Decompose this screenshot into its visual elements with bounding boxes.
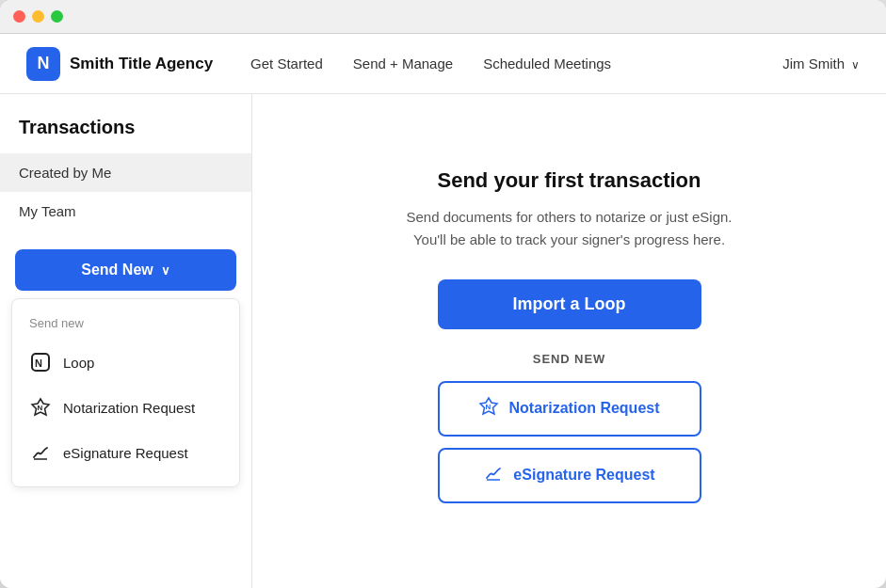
esignature-btn-label: eSignature Request xyxy=(513,467,654,484)
main-subtext-line2: You'll be able to track your signer's pr… xyxy=(413,231,725,247)
sidebar-title: Transactions xyxy=(0,117,251,153)
esignature-dropdown-icon xyxy=(29,441,52,464)
brand: N Smith Title Agency xyxy=(26,47,213,81)
user-name: Jim Smith xyxy=(782,56,845,72)
close-button[interactable] xyxy=(13,10,25,23)
minimize-button[interactable] xyxy=(32,10,44,23)
dropdown-caret-icon: ∨ xyxy=(161,263,170,278)
top-nav: N Smith Title Agency Get Started Send + … xyxy=(0,34,886,94)
chevron-down-icon xyxy=(848,56,860,72)
send-new-button[interactable]: Send New ∨ xyxy=(15,249,236,291)
main-subtext: Send documents for others to notarize or… xyxy=(406,206,732,251)
nav-get-started[interactable]: Get Started xyxy=(250,56,323,72)
main-subtext-line1: Send documents for others to notarize or… xyxy=(406,209,732,225)
dropdown-esignature-label: eSignature Request xyxy=(63,445,188,461)
svg-text:N: N xyxy=(486,403,491,411)
svg-text:N: N xyxy=(38,404,43,412)
notarization-dropdown-icon: N xyxy=(29,396,52,419)
esignature-request-button[interactable]: eSignature Request xyxy=(438,448,701,503)
brand-logo-icon: N xyxy=(26,47,60,81)
maximize-button[interactable] xyxy=(51,10,63,23)
titlebar xyxy=(0,0,886,34)
notarization-btn-label: Notarization Request xyxy=(508,400,659,417)
send-new-dropdown: Send new N Loop N xyxy=(11,298,240,487)
nav-send-manage[interactable]: Send + Manage xyxy=(353,56,453,72)
nav-scheduled-meetings[interactable]: Scheduled Meetings xyxy=(483,56,611,72)
import-loop-button[interactable]: Import a Loop xyxy=(438,279,701,329)
sidebar-item-my-team[interactable]: My Team xyxy=(0,192,251,230)
dropdown-item-notarization[interactable]: N Notarization Request xyxy=(12,385,239,430)
brand-name: Smith Title Agency xyxy=(70,55,213,73)
main-heading: Send your first transaction xyxy=(438,168,701,193)
dropdown-notarization-label: Notarization Request xyxy=(63,400,195,416)
app-window: N Smith Title Agency Get Started Send + … xyxy=(0,0,886,588)
svg-text:N: N xyxy=(35,358,42,369)
send-new-section-label: SEND NEW xyxy=(533,352,605,366)
dropdown-item-loop[interactable]: N Loop xyxy=(12,340,239,385)
dropdown-loop-label: Loop xyxy=(63,355,94,371)
sidebar: Transactions Created by Me My Team Send … xyxy=(0,94,252,588)
esignature-icon xyxy=(483,463,504,488)
dropdown-item-esignature[interactable]: eSignature Request xyxy=(12,430,239,475)
notarization-icon: N xyxy=(478,396,499,421)
traffic-lights xyxy=(13,10,63,23)
nav-links: Get Started Send + Manage Scheduled Meet… xyxy=(250,56,782,72)
send-new-label: Send New xyxy=(81,262,153,278)
sidebar-item-created-by-me[interactable]: Created by Me xyxy=(0,153,251,192)
content-area: Transactions Created by Me My Team Send … xyxy=(0,94,886,588)
user-menu[interactable]: Jim Smith xyxy=(782,56,860,72)
loop-icon: N xyxy=(29,351,52,373)
dropdown-section-label: Send new xyxy=(12,310,239,340)
notarization-request-button[interactable]: N Notarization Request xyxy=(438,381,701,437)
main-content: Send your first transaction Send documen… xyxy=(252,94,886,588)
